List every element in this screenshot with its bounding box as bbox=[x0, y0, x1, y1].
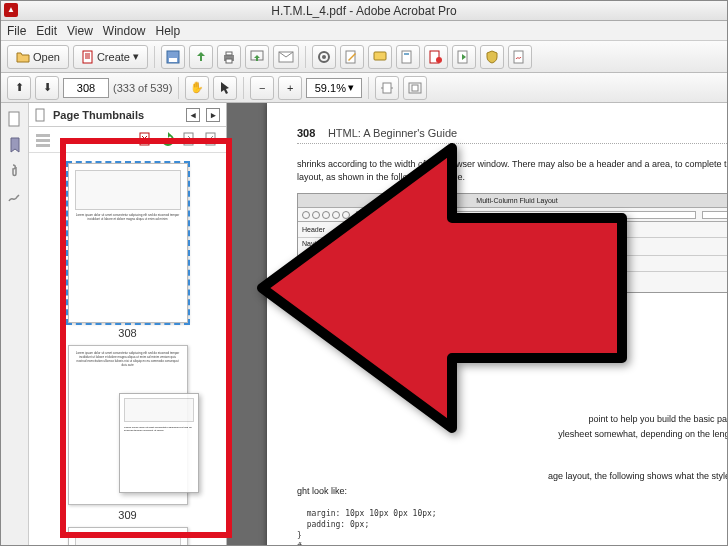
svg-point-9 bbox=[322, 55, 326, 59]
edit-text-button[interactable] bbox=[340, 45, 364, 69]
print-button[interactable] bbox=[217, 45, 241, 69]
svg-rect-11 bbox=[374, 52, 386, 60]
zoom-level[interactable]: 59.1%▾ bbox=[306, 78, 362, 98]
code-block: margin: 10px 10px 0px 10px; padding: 0px… bbox=[297, 508, 727, 545]
mock-header: Header bbox=[298, 222, 727, 238]
document-area[interactable]: 308 HTML: A Beginner's Guide shrinks acc… bbox=[227, 103, 727, 545]
zoom-out-button[interactable]: − bbox=[250, 76, 274, 100]
save-button[interactable] bbox=[161, 45, 185, 69]
open-button[interactable]: Open bbox=[7, 45, 69, 69]
share-button[interactable] bbox=[245, 45, 269, 69]
create-label: Create bbox=[97, 51, 130, 63]
svg-rect-2 bbox=[169, 58, 177, 62]
gear-icon bbox=[317, 50, 331, 64]
svg-rect-24 bbox=[36, 139, 50, 142]
thumbnails-tab-icon[interactable] bbox=[7, 111, 23, 127]
open-label: Open bbox=[33, 51, 60, 63]
svg-rect-25 bbox=[36, 144, 50, 147]
arrow-down-icon: ⬇ bbox=[43, 81, 52, 94]
fit-page-button[interactable] bbox=[403, 76, 427, 100]
next-page-button[interactable]: ⬇ bbox=[35, 76, 59, 100]
menu-bar: File Edit View Window Help bbox=[1, 21, 727, 41]
form-button[interactable] bbox=[396, 45, 420, 69]
extract-page-icon[interactable] bbox=[182, 132, 198, 148]
sign-button[interactable] bbox=[508, 45, 532, 69]
svg-rect-5 bbox=[226, 59, 232, 63]
hand-icon: ✋ bbox=[190, 81, 204, 94]
options-icon[interactable] bbox=[35, 132, 51, 148]
panel-icon bbox=[35, 108, 47, 122]
chevron-down-icon: ▾ bbox=[348, 81, 354, 94]
folder-icon bbox=[16, 51, 30, 63]
insert-page-icon[interactable] bbox=[204, 132, 220, 148]
signatures-tab-icon[interactable] bbox=[7, 189, 23, 205]
action-icon bbox=[457, 50, 471, 64]
email-button[interactable] bbox=[273, 45, 299, 69]
svg-rect-23 bbox=[36, 134, 50, 137]
attachments-tab-icon[interactable] bbox=[7, 163, 23, 179]
protect-button[interactable] bbox=[480, 45, 504, 69]
window-title: H.T.M.L_4.pdf - Adobe Acrobat Pro bbox=[271, 4, 456, 18]
thumbnails-toolbar bbox=[29, 127, 226, 153]
thumb-label: 309 bbox=[43, 509, 212, 521]
title-bar: ▲ H.T.M.L_4.pdf - Adobe Acrobat Pro bbox=[1, 1, 727, 21]
zoom-in-button[interactable]: + bbox=[278, 76, 302, 100]
page-number: 308 bbox=[297, 127, 315, 139]
comment-icon bbox=[373, 50, 387, 64]
menu-window[interactable]: Window bbox=[103, 24, 146, 38]
svg-rect-20 bbox=[412, 85, 418, 91]
create-icon bbox=[82, 50, 94, 64]
chevron-down-icon: ▾ bbox=[133, 50, 139, 63]
fit-page-icon bbox=[408, 82, 422, 94]
share-icon bbox=[250, 50, 264, 64]
svg-rect-13 bbox=[404, 53, 409, 55]
comment-button[interactable] bbox=[368, 45, 392, 69]
dragging-thumbnail: Lorem ipsum dolor sit amet consectetur a… bbox=[119, 393, 199, 493]
mail-icon bbox=[278, 51, 294, 63]
body-text: shrinks according to the width of the br… bbox=[297, 158, 727, 183]
multimedia-button[interactable] bbox=[424, 45, 448, 69]
save-icon bbox=[166, 50, 180, 64]
menu-help[interactable]: Help bbox=[156, 24, 181, 38]
settings-button[interactable] bbox=[312, 45, 336, 69]
select-icon bbox=[219, 81, 231, 95]
svg-rect-22 bbox=[36, 109, 44, 121]
rotate-cw-icon[interactable] bbox=[160, 132, 176, 148]
panel-next-button[interactable]: ▸ bbox=[206, 108, 220, 122]
create-button[interactable]: Create ▾ bbox=[73, 45, 148, 69]
sign-icon bbox=[513, 50, 527, 64]
export-button[interactable] bbox=[189, 45, 213, 69]
thumbnail-308[interactable]: Lorem ipsum dolor sit amet consectetur a… bbox=[43, 163, 212, 339]
hand-tool-button[interactable]: ✋ bbox=[185, 76, 209, 100]
thumbnails-panel: Page Thumbnails ◂ ▸ Lorem ipsum dolor si… bbox=[29, 103, 227, 545]
form-icon bbox=[401, 50, 415, 64]
fit-width-icon bbox=[380, 82, 394, 94]
edit-icon bbox=[345, 50, 359, 64]
delete-page-icon[interactable] bbox=[138, 132, 154, 148]
thumbnails-list[interactable]: Lorem ipsum dolor sit amet consectetur a… bbox=[29, 153, 226, 545]
mock-title: Multi-Column Fluid Layout bbox=[298, 194, 727, 208]
select-tool-button[interactable] bbox=[213, 76, 237, 100]
thumb-label: 308 bbox=[43, 327, 212, 339]
minus-icon: − bbox=[259, 82, 265, 94]
fit-width-button[interactable] bbox=[375, 76, 399, 100]
prev-page-button[interactable]: ⬆ bbox=[7, 76, 31, 100]
menu-edit[interactable]: Edit bbox=[36, 24, 57, 38]
arrow-up-icon: ⬆ bbox=[15, 81, 24, 94]
svg-rect-18 bbox=[383, 83, 391, 93]
browser-mockup: Multi-Column Fluid Layout Header Navigat… bbox=[297, 193, 727, 293]
panel-prev-button[interactable]: ◂ bbox=[186, 108, 200, 122]
bookmarks-tab-icon[interactable] bbox=[7, 137, 23, 153]
mock-footer: Footer bbox=[298, 256, 727, 272]
plus-icon: + bbox=[287, 82, 293, 94]
thumbnail-310[interactable]: Lorem ipsum dolor sit amet consectetur 3… bbox=[43, 527, 212, 545]
thumbnails-title: Page Thumbnails bbox=[53, 109, 144, 121]
svg-rect-10 bbox=[346, 51, 355, 63]
side-rail bbox=[1, 103, 29, 545]
menu-view[interactable]: View bbox=[67, 24, 93, 38]
page-number-input[interactable] bbox=[63, 78, 109, 98]
action-button[interactable] bbox=[452, 45, 476, 69]
page-header-title: HTML: A Beginner's Guide bbox=[328, 127, 457, 139]
menu-file[interactable]: File bbox=[7, 24, 26, 38]
svg-rect-21 bbox=[9, 112, 19, 126]
